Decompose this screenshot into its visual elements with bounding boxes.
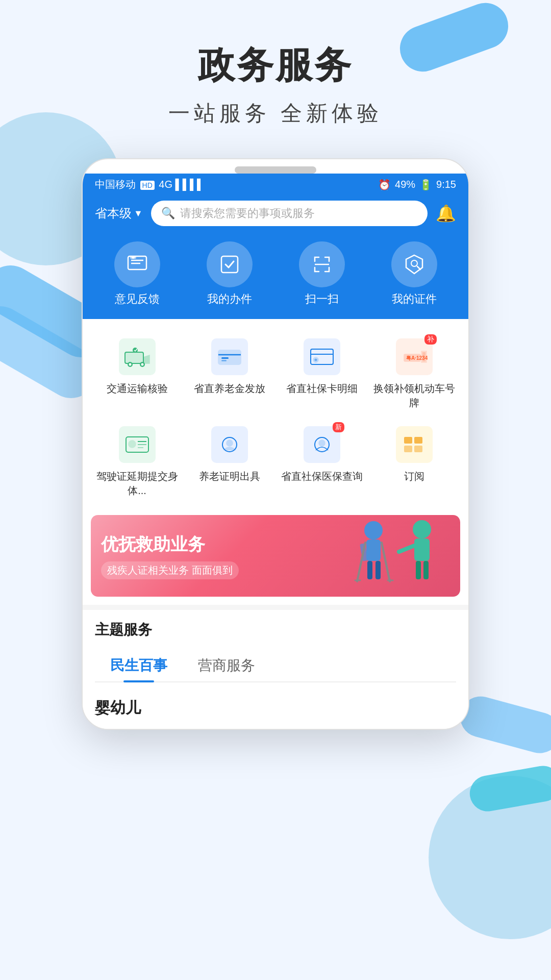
page-subtitle: 一站服务 全新体验 [0, 99, 551, 128]
svg-rect-37 [404, 446, 412, 452]
carrier-label: 中国移动 HD 4G ▌▌▌▌ [95, 178, 204, 191]
pension-pay-svg [216, 346, 243, 368]
pension-cert-label: 养老证明出具 [199, 469, 260, 483]
pension-pay-icon [211, 338, 248, 375]
svg-rect-38 [414, 446, 422, 452]
battery-icon: 🔋 [419, 179, 432, 191]
svg-rect-4 [130, 256, 136, 259]
location-label: 省本级 [95, 205, 132, 222]
battery-label: 49% [395, 179, 415, 190]
svg-rect-9 [125, 352, 143, 363]
social-card-label: 省直社保卡明细 [286, 381, 358, 396]
pension-cert-icon-wrap [209, 424, 250, 465]
quick-action-feedback[interactable]: 意见反馈 [114, 241, 160, 307]
service-item-social-medical[interactable]: 新 省直社保医保查询 [276, 417, 368, 505]
svg-rect-17 [218, 350, 241, 364]
transport-icon-wrap [117, 336, 158, 377]
svg-rect-20 [221, 360, 227, 361]
service-item-transport[interactable]: 交通运输核验 [91, 329, 183, 417]
bg-decoration-5 [429, 776, 551, 939]
phone-notch [235, 166, 316, 174]
social-card-icon [304, 338, 340, 375]
content-area: 交通运输核验 省直养老金发放 [83, 319, 468, 729]
service-grid: 交通运输核验 省直养老金发放 [83, 319, 468, 510]
scan-icon-wrap [299, 241, 345, 287]
svg-rect-51 [416, 561, 421, 579]
plate-label: 换领补领机动车号牌 [372, 381, 456, 410]
scan-svg-icon [311, 253, 333, 276]
banner-subtitle: 残疾人证相关业务 面面俱到 [101, 561, 239, 579]
service-item-social-card[interactable]: 省直社保卡明细 [276, 329, 368, 417]
sub-category-label: 婴幼儿 [95, 693, 456, 729]
mywork-svg-icon [218, 253, 241, 276]
subscribe-icon [396, 426, 433, 463]
notification-bell-icon[interactable]: 🔔 [436, 204, 456, 223]
service-item-pension-cert[interactable]: 养老证明出具 [183, 417, 276, 505]
svg-line-8 [417, 266, 420, 270]
svg-line-46 [382, 543, 390, 581]
banner-figures-svg [343, 515, 455, 597]
svg-point-48 [413, 520, 431, 538]
page-title: 政务服务 [0, 41, 551, 90]
svg-rect-40 [366, 540, 381, 561]
license-icon [119, 426, 156, 463]
plate-badge: 补 [424, 334, 437, 345]
svg-point-16 [133, 348, 138, 353]
svg-rect-36 [414, 437, 422, 444]
svg-point-32 [227, 440, 233, 446]
social-medical-label: 省直社保医保查询 [281, 469, 363, 483]
svg-line-50 [399, 546, 414, 552]
service-item-subscribe[interactable]: 订阅 [368, 417, 460, 505]
plate-icon-wrap: 粤A·1234 补 [394, 336, 435, 377]
banner-text: 优抚救助业务 残疾人证相关业务 面面俱到 [91, 523, 249, 590]
alarm-icon: ⏰ [378, 179, 391, 191]
quick-action-mycert[interactable]: 我的证件 [391, 241, 437, 307]
tab-business[interactable]: 营商服务 [183, 650, 270, 681]
tab-livelihood[interactable]: 民生百事 [95, 650, 183, 681]
svg-point-13 [129, 363, 131, 366]
scan-label: 扫一扫 [305, 291, 339, 307]
transport-svg [124, 346, 151, 368]
banner-title: 优抚救助业务 [101, 533, 239, 556]
service-item-license[interactable]: 驾驶证延期提交身体... [91, 417, 183, 505]
license-icon-wrap [117, 424, 158, 465]
promo-banner[interactable]: 优抚救助业务 残疾人证相关业务 面面俱到 [91, 515, 460, 597]
quick-action-mywork[interactable]: 我的办件 [207, 241, 253, 307]
svg-point-27 [129, 440, 136, 448]
pension-pay-icon-wrap [209, 336, 250, 377]
subscribe-svg [401, 434, 428, 455]
svg-rect-19 [221, 357, 229, 359]
hd-badge: HD [140, 181, 155, 190]
theme-tabs: 民生百事 营商服务 [95, 650, 456, 682]
service-item-pension-pay[interactable]: 省直养老金发放 [183, 329, 276, 417]
quick-action-scan[interactable]: 扫一扫 [299, 241, 345, 307]
feedback-svg-icon [126, 253, 148, 276]
search-bar[interactable]: 🔍 请搜索您需要的事项或服务 [151, 201, 428, 226]
time-label: 9:15 [436, 179, 456, 190]
feedback-label: 意见反馈 [115, 291, 160, 307]
banner-illustration [343, 515, 455, 597]
status-bar: 中国移动 HD 4G ▌▌▌▌ ⏰ 49% 🔋 9:15 [83, 174, 468, 195]
pension-pay-label: 省直养老金发放 [194, 381, 265, 396]
location-selector[interactable]: 省本级 ▼ [95, 205, 143, 222]
bg-decoration-6 [467, 763, 551, 814]
mycert-svg-icon [403, 253, 425, 276]
license-svg [124, 434, 151, 455]
quick-actions-bar: 意见反馈 我的办件 扫一扫 [83, 236, 468, 319]
svg-point-15 [141, 363, 143, 366]
svg-rect-35 [404, 437, 412, 444]
bg-decoration-7 [456, 692, 551, 757]
service-item-plate[interactable]: 粤A·1234 补 换领补领机动车号牌 [368, 329, 460, 417]
social-medical-svg [309, 434, 335, 455]
svg-rect-43 [375, 561, 381, 579]
mycert-label: 我的证件 [392, 291, 437, 307]
svg-rect-42 [367, 561, 372, 579]
mywork-icon-wrap [207, 241, 253, 287]
plate-svg: 粤A·1234 [401, 346, 428, 368]
mycert-icon-wrap [391, 241, 437, 287]
social-medical-badge: 新 [333, 422, 344, 432]
mywork-label: 我的办件 [207, 291, 252, 307]
svg-point-7 [411, 260, 417, 266]
pension-cert-icon [211, 426, 248, 463]
social-medical-icon-wrap: 新 [302, 424, 342, 465]
